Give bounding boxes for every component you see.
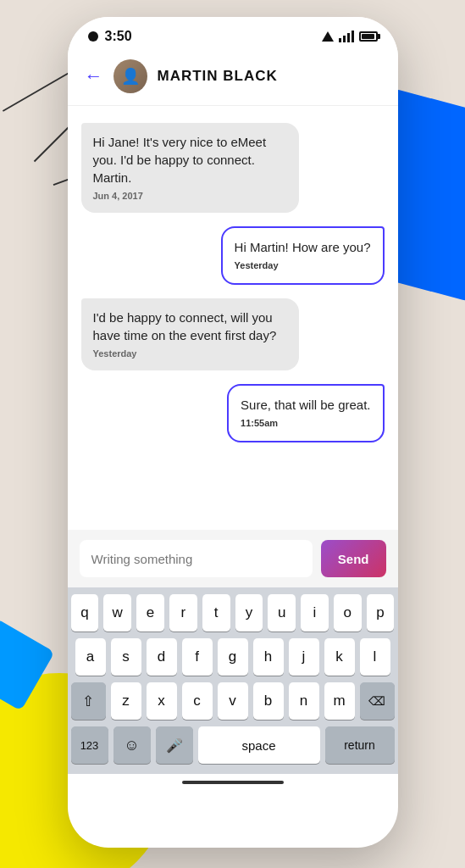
keyboard-row-4: 123 ☺ 🎤 space return	[71, 726, 395, 764]
avatar: 👤	[113, 59, 147, 93]
key-p[interactable]: p	[367, 594, 395, 632]
keyboard-row-1: q w e r t y u i o p	[71, 594, 395, 632]
message-time-3: Yesterday	[93, 348, 288, 360]
emoji-key[interactable]: ☺	[113, 726, 151, 764]
key-z[interactable]: z	[111, 682, 141, 720]
key-t[interactable]: t	[202, 594, 230, 632]
key-s[interactable]: s	[111, 638, 141, 676]
key-r[interactable]: r	[169, 594, 197, 632]
key-k[interactable]: k	[324, 638, 355, 676]
delete-key[interactable]: ⌫	[360, 682, 395, 720]
send-button[interactable]: Send	[321, 540, 386, 577]
key-x[interactable]: x	[147, 682, 177, 720]
key-l[interactable]: l	[360, 638, 390, 676]
key-h[interactable]: h	[253, 638, 284, 676]
key-w[interactable]: w	[103, 594, 131, 632]
chat-header: ← 👤 MARTIN BLACK	[68, 51, 398, 106]
keyboard-row-2: a s d f g h j k l	[71, 638, 395, 676]
message-time-4: 11:55am	[241, 417, 370, 430]
message-bubble-received-1: Hi Jane! It's very nice to eMeet you. I'…	[81, 123, 300, 213]
key-d[interactable]: d	[147, 638, 177, 676]
key-q[interactable]: q	[71, 594, 99, 632]
phone-frame: 3:50 ← 👤 MARTIN BLACK	[68, 17, 398, 848]
shift-key[interactable]: ⇧	[71, 682, 106, 720]
numbers-key[interactable]: 123	[71, 726, 108, 764]
key-j[interactable]: j	[289, 638, 319, 676]
chat-area: Hi Jane! It's very nice to eMeet you. I'…	[68, 106, 398, 530]
key-f[interactable]: f	[182, 638, 213, 676]
keyboard: q w e r t y u i o p a s d f g h j k	[68, 587, 398, 774]
status-time: 3:50	[105, 29, 132, 44]
key-v[interactable]: v	[218, 682, 248, 720]
back-button[interactable]: ←	[85, 65, 103, 87]
signal-icon	[339, 31, 354, 42]
key-c[interactable]: c	[182, 682, 213, 720]
key-a[interactable]: a	[75, 638, 106, 676]
status-icons	[322, 31, 378, 42]
status-bar: 3:50	[68, 17, 398, 51]
wifi-icon	[322, 31, 334, 42]
key-n[interactable]: n	[289, 682, 319, 720]
contact-name: MARTIN BLACK	[158, 68, 278, 85]
message-time-2: Yesterday	[235, 259, 371, 272]
mic-key[interactable]: 🎤	[156, 726, 193, 764]
key-b[interactable]: b	[253, 682, 284, 720]
key-y[interactable]: y	[235, 594, 263, 632]
status-left: 3:50	[88, 29, 132, 44]
key-m[interactable]: m	[324, 682, 355, 720]
phone-wrapper: 3:50 ← 👤 MARTIN BLACK	[0, 0, 465, 868]
message-bubble-sent-2: Hi Martin! How are you? Yesterday	[221, 226, 385, 284]
key-g[interactable]: g	[218, 638, 248, 676]
return-key[interactable]: return	[325, 726, 395, 764]
avatar-image: 👤	[113, 59, 147, 93]
message-text-2: Hi Martin! How are you?	[235, 238, 371, 256]
message-text-3: I'd be happy to connect, will you have t…	[93, 309, 288, 344]
key-i[interactable]: i	[301, 594, 329, 632]
home-indicator	[68, 774, 398, 791]
message-bubble-received-3: I'd be happy to connect, will you have t…	[81, 298, 300, 370]
battery-icon	[359, 31, 378, 42]
key-u[interactable]: u	[268, 594, 296, 632]
message-input[interactable]	[80, 540, 313, 577]
keyboard-row-3: ⇧ z x c v b n m ⌫	[71, 682, 395, 720]
message-text-1: Hi Jane! It's very nice to eMeet you. I'…	[93, 133, 288, 186]
space-key[interactable]: space	[198, 726, 320, 764]
message-text-4: Sure, that will be great.	[241, 396, 370, 414]
home-bar	[182, 781, 284, 784]
message-time-1: Jun 4, 2017	[93, 190, 288, 203]
message-bubble-sent-4: Sure, that will be great. 11:55am	[227, 384, 384, 442]
key-o[interactable]: o	[334, 594, 362, 632]
input-area: Send	[68, 530, 398, 587]
key-e[interactable]: e	[136, 594, 164, 632]
status-dot	[88, 31, 98, 42]
